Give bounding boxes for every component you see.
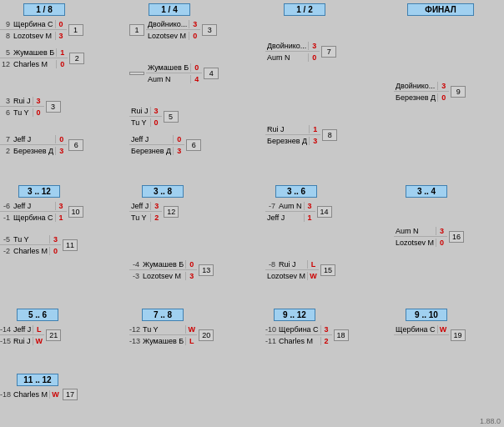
player-2-1: Жумашев Б	[12, 48, 56, 57]
score-qf3-2: 0	[150, 118, 162, 127]
score-qf2-1: 0	[190, 63, 202, 72]
player-qf2-1: Жумашев Б	[146, 63, 190, 72]
match-num-14: 14	[317, 206, 332, 218]
player-12-1: Jeff J	[129, 202, 150, 210]
player-1-2: Lozotsev M	[12, 32, 55, 40]
player-sf2-2: Березнев Д	[265, 137, 309, 145]
round-5-6-label: 5 .. 6	[17, 309, 58, 321]
player-13-1: Жумашев Б	[141, 260, 185, 269]
seed-3-1: 3	[0, 97, 12, 105]
player-14-2: Jeff J	[265, 214, 304, 222]
round-1-2-label: 1 / 2	[284, 3, 325, 16]
seed-11-1: -5	[0, 235, 12, 244]
score-qf4-1: 0	[173, 135, 184, 143]
match-4: 7 Jeff J 0 2 Березнев Д 3	[0, 133, 67, 157]
match-2: 5 Жумашев Б 1 12 Charles M 0	[0, 47, 68, 70]
score-20-1: W	[185, 325, 197, 334]
match-3: 3 Rui J 3 6 Tu Y 0	[0, 95, 44, 118]
player-4-2: Березнев Д	[12, 147, 55, 155]
score-qf4-2: 3	[173, 147, 184, 155]
match-18: -10 Щербина С 3 -11 Charles M 2	[265, 324, 332, 347]
player-11-2: Charles M	[12, 247, 49, 255]
score-18-1: 3	[320, 325, 332, 334]
player-20-2: Жумашев Б	[141, 337, 185, 345]
match-15: -8 Rui J L Lozotsev M W	[265, 259, 319, 282]
score-12-1: 3	[150, 202, 162, 210]
match-num-19: 19	[451, 329, 466, 341]
seed-2-2: 12	[0, 60, 12, 68]
player-19-1: Щербина С	[394, 325, 437, 334]
round-9-12-label: 9 .. 12	[274, 309, 315, 321]
player-11-1: Tu Y	[12, 235, 49, 244]
seed-15-1: -8	[265, 260, 277, 269]
player-qf3-1: Rui J	[129, 107, 150, 115]
score-1-2: 3	[55, 32, 67, 40]
match-11: -5 Tu Y 3 -2 Charles M 0	[0, 234, 61, 257]
player-18-2: Charles M	[277, 337, 320, 345]
score-11-1: 3	[49, 235, 61, 244]
seed-3-2: 6	[0, 108, 12, 117]
player-qf3-2: Tu Y	[129, 118, 150, 127]
score-14-1: 3	[304, 202, 315, 210]
seed-13-1: -4	[129, 260, 141, 269]
seed-13-2: -3	[129, 272, 141, 280]
score-20-2: L	[185, 337, 197, 345]
player-17-1: Charles M	[12, 390, 49, 399]
score-qf3-1: 3	[150, 107, 162, 115]
score-16-1: 3	[436, 227, 447, 235]
round-3-4-label: 3 .. 4	[406, 185, 447, 198]
match-num-qf2: 4	[204, 68, 219, 79]
player-10-1: Jeff J	[12, 202, 55, 210]
seed-2-1: 5	[0, 48, 12, 57]
seed-4-1: 7	[0, 135, 12, 143]
score-17-1: W	[49, 390, 61, 399]
player-qf1-1: Двойнико...	[146, 20, 189, 28]
score-15-1: L	[307, 260, 319, 269]
match-num-qf2-left	[129, 72, 144, 75]
seed-11-2: -2	[0, 247, 12, 255]
round-1-4-label: 1 / 4	[149, 3, 190, 16]
match-num-15: 15	[320, 264, 335, 276]
player-21-1: Jeff J	[12, 325, 33, 334]
player-20-1: Tu Y	[141, 325, 185, 334]
score-11-2: 0	[49, 247, 61, 255]
seed-21-1: -14	[0, 325, 12, 334]
player-14-1: Aum N	[277, 202, 304, 210]
score-21-2: W	[33, 337, 44, 345]
match-14: -7 Aum N 3 Jeff J 1	[265, 200, 315, 224]
match-num-1: 1	[68, 24, 83, 36]
match-num-qf3: 5	[164, 111, 179, 123]
player-1-1: Щербина С	[12, 20, 55, 28]
player-final-2: Березнев Д	[394, 93, 437, 102]
match-sf1: Двойнико... 3 Aum N 0	[265, 40, 320, 63]
player-4-1: Jeff J	[12, 135, 55, 143]
round-7-8-label: 7 .. 8	[142, 309, 184, 321]
score-2-2: 0	[56, 60, 68, 68]
match-num-16: 16	[449, 231, 464, 243]
score-sf1-1: 3	[308, 42, 320, 50]
seed-10-1: -6	[0, 202, 12, 210]
match-num-20: 20	[199, 329, 214, 341]
match-num-qf1: 3	[202, 24, 217, 36]
player-3-2: Tu Y	[12, 108, 33, 117]
score-19-1: W	[437, 325, 449, 334]
match-sf2: Rui J 1 Березнев Д 3	[265, 123, 320, 147]
match-num-sf2: 8	[322, 129, 337, 141]
score-2-1: 1	[56, 48, 68, 57]
seed-4-2: 2	[0, 147, 12, 155]
score-qf1-2: 0	[189, 32, 200, 40]
player-sf2-1: Rui J	[265, 125, 309, 133]
match-num-sf1: 7	[321, 46, 336, 58]
player-10-2: Щербина С	[12, 214, 55, 222]
bracket-container: 1 / 8 1 / 4 1 / 2 ФИНАЛ 9 Щербина С 0 8 …	[0, 0, 504, 427]
match-1: 9 Щербина С 0 8 Lozotsev M 3	[0, 18, 67, 42]
match-num-13: 13	[199, 264, 214, 276]
match-final: Двойнико... 3 Березнев Д 0	[394, 80, 449, 103]
player-16-1: Aum N	[394, 227, 436, 235]
match-num-3: 3	[46, 101, 61, 113]
match-num-qf4: 6	[186, 139, 201, 151]
match-num-18: 18	[334, 329, 349, 341]
match-num-21: 21	[46, 329, 61, 341]
score-final-2: 0	[437, 93, 449, 102]
match-num-2: 2	[69, 53, 84, 64]
